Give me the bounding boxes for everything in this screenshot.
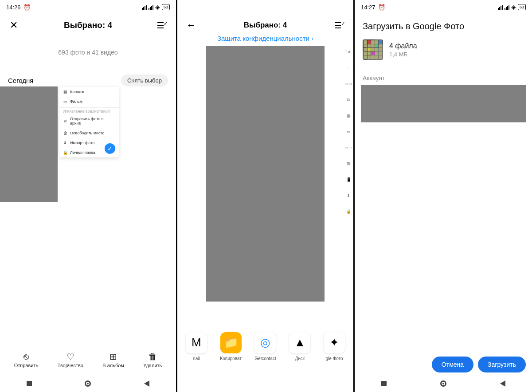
share-app-label: Копироват — [220, 356, 242, 361]
gallery-select-screen: 14:26 ⏰ ◈ 63 ✕ Выбрано: 4 693 фото и 41 … — [0, 0, 177, 392]
peek-next-screen: 14:←НОВ⧉▦▭УПР⊞📱⬇🔒 — [344, 46, 353, 302]
share-app-label: nail — [193, 356, 200, 361]
action-icon: 🗑 — [148, 352, 157, 361]
bottom-action-bar: ⎋Отправить♡Творчество⊞В альбом🗑Удалить — [0, 346, 176, 374]
wifi-icon: ◈ — [511, 4, 516, 11]
back-icon[interactable] — [144, 380, 149, 387]
share-target[interactable]: 📁Копироват — [215, 332, 247, 361]
header: ← Выбрано: 4 — [177, 14, 353, 36]
share-app-icon: ✦ — [324, 332, 345, 353]
peek-item: УПР — [345, 145, 352, 151]
peek-item: ▦ — [347, 113, 351, 119]
page-title: Выбрано: 4 — [197, 21, 334, 30]
menu-item-label: Фильм — [70, 99, 82, 104]
menu-item-label: Личная папка — [70, 150, 95, 155]
action-Творчество[interactable]: ♡Творчество — [58, 352, 83, 368]
action-label: Удалить — [143, 363, 162, 368]
menu-item[interactable]: ▦Коллаж — [59, 87, 119, 97]
share-app-label: Диск — [295, 356, 305, 361]
share-app-icon: M — [186, 332, 207, 353]
files-thumbnail-icon — [363, 39, 383, 60]
share-app-icon: ◎ — [254, 332, 276, 353]
close-icon[interactable]: ✕ — [8, 20, 20, 31]
alarm-icon: ⏰ — [23, 4, 31, 11]
share-target[interactable]: ◎Getcontact — [249, 332, 281, 361]
privacy-link[interactable]: Защита конфиденциальности › — [177, 35, 353, 42]
action-В альбом[interactable]: ⊞В альбом — [102, 352, 124, 368]
menu-item[interactable]: ⧉Отправить фото в архив — [59, 114, 119, 128]
share-target[interactable]: ✦gle Фото — [318, 332, 350, 361]
recent-apps-icon[interactable] — [381, 381, 387, 386]
menu-item-icon: 🗑 — [63, 131, 67, 135]
peek-item: 🔒 — [346, 208, 351, 215]
context-menu: ▦Коллаж▭Фильм УПРАВЛЕНИЕ БИБЛИОТЕКОЙ ⧉От… — [59, 87, 119, 157]
check-badge-icon: ✓ — [105, 143, 115, 154]
preview-image[interactable] — [206, 46, 325, 302]
status-bar: 14:27 ⏰ ◈ 63 — [355, 0, 532, 14]
select-all-icon[interactable] — [334, 20, 345, 31]
battery-icon: 63 — [162, 4, 170, 10]
peek-item: ▭ — [347, 129, 351, 135]
file-size: 1,4 МБ — [389, 51, 417, 58]
share-sheet-screen: ← Выбрано: 4 Защита конфиденциальности ›… — [177, 0, 355, 392]
recent-apps-icon[interactable] — [27, 381, 32, 386]
menu-item-icon: ▭ — [63, 99, 67, 104]
peek-item: 📱 — [346, 176, 351, 183]
menu-item[interactable]: 🗑Освободить место — [59, 128, 119, 138]
peek-item: 14: — [346, 49, 352, 55]
peek-item: ⧉ — [347, 97, 350, 103]
photo-thumbnail[interactable] — [0, 86, 58, 202]
back-arrow-icon[interactable]: ← — [185, 20, 197, 31]
menu-item-icon: ▦ — [63, 90, 67, 94]
share-app-label: gle Фото — [326, 356, 343, 361]
share-targets-row: Mnail📁Копироват◎Getcontact▲Диск✦gle Фото — [177, 322, 353, 371]
dialog-title: Загрузить в Google Фото — [355, 14, 532, 35]
home-icon[interactable] — [440, 380, 446, 387]
battery-icon: 63 — [518, 4, 526, 10]
action-icon: ♡ — [66, 352, 74, 361]
action-Удалить[interactable]: 🗑Удалить — [143, 352, 162, 368]
page-title: Выбрано: 4 — [20, 20, 156, 30]
cancel-button[interactable]: Отмена — [432, 357, 473, 372]
peek-item: НОВ — [345, 81, 352, 87]
alarm-icon: ⏰ — [378, 4, 385, 11]
media-count: 693 фото и 41 видео — [0, 49, 176, 56]
action-icon: ⊞ — [110, 352, 117, 361]
share-target[interactable]: Mnail — [180, 332, 212, 361]
back-icon[interactable] — [500, 380, 505, 387]
google-photos-upload-screen: 14:27 ⏰ ◈ 63 Загрузить в Google Фото 4 ф… — [355, 0, 532, 392]
upload-summary-row: 4 файла 1,4 МБ — [355, 35, 532, 66]
upload-button[interactable]: Загрузить — [478, 357, 526, 372]
peek-item: ⊞ — [347, 161, 350, 167]
android-nav-bar — [0, 375, 176, 392]
home-icon[interactable] — [85, 380, 91, 387]
select-all-icon[interactable] — [156, 20, 168, 31]
status-time: 14:27 — [361, 4, 376, 11]
signal-icon-2 — [149, 4, 153, 10]
share-app-label: Getcontact — [254, 356, 276, 361]
signal-icon — [498, 4, 503, 10]
peek-item: ← — [347, 65, 351, 71]
signal-icon — [142, 4, 147, 10]
action-label: В альбом — [102, 363, 124, 368]
menu-item-icon: 🔒 — [63, 150, 67, 155]
menu-item-label: Коллаж — [70, 90, 84, 94]
header: ✕ Выбрано: 4 — [0, 14, 176, 36]
account-selector[interactable] — [361, 85, 526, 122]
action-icon: ⎋ — [23, 352, 29, 361]
menu-item-icon: ⬇ — [63, 141, 67, 145]
status-time: 14:26 — [6, 4, 21, 11]
date-section: Сегодня — [8, 77, 34, 84]
action-Отправить[interactable]: ⎋Отправить — [14, 352, 39, 368]
menu-item-label: Импорт фото — [70, 141, 94, 145]
file-count: 4 файла — [389, 42, 417, 50]
menu-item[interactable]: ▭Фильм — [59, 97, 119, 106]
android-nav-bar — [355, 375, 532, 392]
share-app-icon: 📁 — [220, 332, 242, 353]
account-label: Аккаунт — [355, 74, 532, 85]
deselect-chip[interactable]: Снять выбор — [121, 74, 168, 86]
share-target[interactable]: ▲Диск — [284, 332, 316, 361]
share-app-icon: ▲ — [289, 332, 310, 353]
divider — [355, 68, 532, 68]
action-label: Творчество — [58, 363, 83, 368]
